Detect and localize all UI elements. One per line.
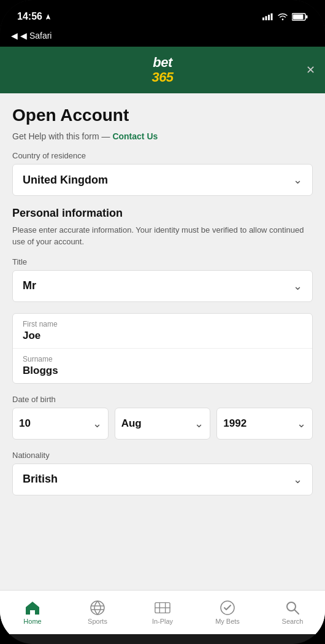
safari-back-button[interactable]: ◀ ◀ Safari xyxy=(11,31,52,41)
dob-year-chevron-icon: ⌄ xyxy=(297,417,306,430)
country-chevron-icon: ⌄ xyxy=(293,173,302,187)
logo-365: 365 xyxy=(151,70,173,85)
surname-field[interactable]: Surname Bloggs xyxy=(13,349,312,383)
search-icon xyxy=(285,600,300,616)
safari-label: ◀ Safari xyxy=(20,31,52,41)
firstname-field[interactable]: First name Joe xyxy=(13,314,312,349)
dob-row: 10 ⌄ Aug ⌄ 1992 ⌄ xyxy=(12,408,313,440)
mybets-icon xyxy=(220,600,235,616)
country-label: Country of residence xyxy=(12,151,313,160)
battery-icon xyxy=(292,13,308,21)
nationality-select[interactable]: British ⌄ xyxy=(12,464,313,495)
safari-bar: ◀ ◀ Safari xyxy=(0,31,325,47)
back-icon: ◀ xyxy=(11,31,18,41)
svg-point-7 xyxy=(91,601,104,615)
home-icon xyxy=(25,600,40,616)
form-content: Open Account Get Help with this form — C… xyxy=(0,93,325,594)
svg-rect-5 xyxy=(293,14,304,19)
bottom-nav: Home Sports xyxy=(0,590,325,634)
bet365-logo: bet 365 xyxy=(151,55,173,85)
country-select[interactable]: United Kingdom ⌄ xyxy=(12,164,313,196)
surname-value: Bloggs xyxy=(23,365,302,377)
title-chevron-icon: ⌄ xyxy=(293,279,302,293)
dob-month-chevron-icon: ⌄ xyxy=(194,417,204,430)
nav-mybets[interactable]: My Bets xyxy=(195,600,260,625)
title-field-label: Title xyxy=(12,257,313,266)
inplay-icon xyxy=(155,600,170,616)
mybets-nav-label: My Bets xyxy=(215,618,240,625)
firstname-value: Joe xyxy=(23,330,302,342)
svg-line-16 xyxy=(294,610,299,614)
help-prefix: Get Help with this form — xyxy=(12,131,110,141)
nav-inplay[interactable]: In-Play xyxy=(130,600,195,625)
status-time: 14:56 xyxy=(17,11,52,22)
phone-shell: 14:56 xyxy=(0,0,325,644)
dob-year-select[interactable]: 1992 ⌄ xyxy=(216,408,313,440)
section-title: Personal information xyxy=(12,207,313,220)
home-nav-label: Home xyxy=(23,618,41,625)
svg-rect-2 xyxy=(268,15,270,20)
firstname-label: First name xyxy=(23,320,302,328)
surname-label: Surname xyxy=(23,355,302,363)
dob-day-chevron-icon: ⌄ xyxy=(93,417,102,430)
close-button[interactable]: ✕ xyxy=(306,63,315,77)
signal-icon xyxy=(262,13,273,20)
title-value: Mr xyxy=(23,279,36,292)
nav-home[interactable]: Home xyxy=(0,600,65,625)
inplay-nav-label: In-Play xyxy=(152,618,173,625)
sports-icon xyxy=(90,600,105,616)
name-input-group: First name Joe Surname Bloggs xyxy=(12,313,313,384)
status-icons xyxy=(262,13,308,21)
page-title: Open Account xyxy=(12,106,313,125)
screen: bet 365 ✕ Open Account Get Help with thi… xyxy=(0,47,325,634)
svg-rect-1 xyxy=(266,16,267,20)
header-bar: bet 365 ✕ xyxy=(0,47,325,93)
svg-rect-6 xyxy=(306,15,308,18)
logo-bet: bet xyxy=(153,55,172,70)
time-display: 14:56 xyxy=(17,11,42,22)
location-icon xyxy=(45,14,52,20)
nav-sports[interactable]: Sports xyxy=(65,600,130,625)
nationality-label: Nationality xyxy=(12,451,313,460)
search-nav-label: Search xyxy=(282,618,304,625)
help-text: Get Help with this form — Contact Us xyxy=(12,131,313,141)
svg-rect-3 xyxy=(271,14,273,20)
nav-search[interactable]: Search xyxy=(260,600,325,625)
title-select[interactable]: Mr ⌄ xyxy=(12,270,313,302)
dob-year-value: 1992 xyxy=(223,417,247,430)
dob-day-value: 10 xyxy=(19,417,31,430)
nationality-chevron-icon: ⌄ xyxy=(293,473,302,486)
dob-label: Date of birth xyxy=(12,395,313,404)
notch xyxy=(120,0,205,18)
nationality-value: British xyxy=(23,473,58,486)
contact-us-link[interactable]: Contact Us xyxy=(112,131,158,141)
wifi-icon xyxy=(278,13,288,20)
dob-month-select[interactable]: Aug ⌄ xyxy=(115,408,211,440)
dob-day-select[interactable]: 10 ⌄ xyxy=(12,408,109,440)
section-desc: Please enter accurate information. Your … xyxy=(12,225,313,247)
svg-rect-0 xyxy=(262,18,264,21)
sports-nav-label: Sports xyxy=(88,618,107,625)
country-value: United Kingdom xyxy=(23,174,108,187)
dob-month-value: Aug xyxy=(121,417,142,430)
